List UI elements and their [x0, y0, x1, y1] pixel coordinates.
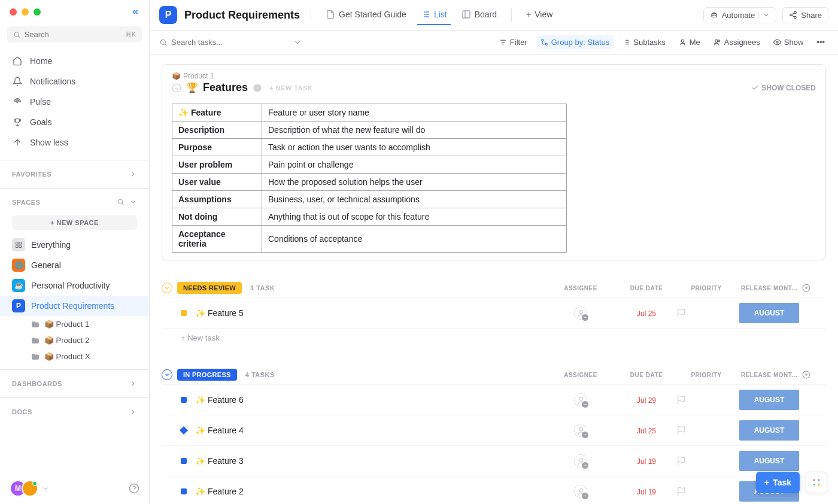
priority-cell[interactable]: [676, 308, 736, 318]
nav-goals[interactable]: Goals: [5, 112, 144, 132]
help-icon[interactable]: [129, 483, 139, 494]
search-dropdown-icon[interactable]: [293, 38, 302, 47]
status-indicator[interactable]: [181, 488, 187, 494]
due-date-cell[interactable]: Jul 29: [617, 394, 676, 405]
task-row[interactable]: ✨ Feature 4 + Jul 25 AUGUST: [162, 415, 826, 445]
assignee-placeholder-icon[interactable]: +: [574, 424, 587, 437]
folder-product-x[interactable]: 📦 Product X: [0, 348, 149, 365]
status-indicator[interactable]: [181, 397, 187, 403]
doc-icon: [326, 10, 335, 19]
add-column-button[interactable]: [802, 284, 826, 292]
tab-board[interactable]: Board: [458, 5, 500, 25]
assignee-cell[interactable]: +: [545, 393, 617, 406]
nav-notifications[interactable]: Notifications: [5, 71, 144, 92]
space-badge[interactable]: P: [159, 6, 177, 24]
chevron-down-icon[interactable]: [42, 485, 49, 492]
status-pill[interactable]: IN PROGRESS: [177, 369, 237, 381]
priority-cell[interactable]: [676, 395, 736, 405]
assignee-cell[interactable]: +: [545, 306, 617, 320]
new-task-header-button[interactable]: + NEW TASK: [269, 84, 312, 92]
task-row[interactable]: ✨ Feature 2 + Jul 19 AUGUST: [162, 476, 826, 504]
assignee-cell[interactable]: +: [545, 485, 617, 498]
nav-pulse[interactable]: Pulse: [5, 92, 144, 112]
assignee-placeholder-icon[interactable]: +: [574, 454, 587, 467]
status-indicator[interactable]: [181, 310, 187, 316]
nav-home[interactable]: Home: [5, 51, 144, 71]
page-title: Product Requirements: [184, 9, 300, 22]
show-button[interactable]: Show: [770, 35, 807, 49]
svg-point-59: [818, 479, 820, 481]
tab-get-started[interactable]: Get Started Guide: [322, 5, 410, 25]
due-date-cell[interactable]: Jul 19: [617, 456, 676, 466]
share-button[interactable]: Share: [782, 7, 828, 23]
search-spaces-icon[interactable]: [117, 198, 125, 206]
assignees-button[interactable]: Assignees: [710, 35, 764, 49]
maximize-window[interactable]: [34, 8, 41, 16]
filter-button[interactable]: Filter: [496, 35, 531, 49]
task-row[interactable]: ✨ Feature 6 + Jul 29 AUGUST: [162, 384, 826, 415]
tab-list[interactable]: List: [417, 5, 451, 25]
assignee-placeholder-icon[interactable]: +: [574, 485, 587, 498]
show-closed-button[interactable]: SHOW CLOSED: [751, 84, 816, 92]
avatar-user[interactable]: [22, 480, 38, 497]
sidebar-search[interactable]: ⌘K: [7, 26, 142, 42]
status-indicator[interactable]: [181, 458, 187, 464]
space-everything[interactable]: Everything: [0, 235, 149, 255]
release-cell[interactable]: AUGUST: [736, 420, 802, 441]
due-date-cell[interactable]: Jul 25: [617, 308, 676, 318]
priority-cell[interactable]: [676, 487, 736, 496]
add-view[interactable]: + View: [523, 5, 556, 25]
assignee-placeholder-icon[interactable]: +: [574, 306, 587, 320]
docs-header[interactable]: DOCS: [0, 403, 149, 421]
task-row[interactable]: ✨ Feature 5 + Jul 25 AUGUST: [162, 297, 826, 328]
add-task-row[interactable]: + New task: [162, 328, 826, 347]
chevron-down-icon[interactable]: [129, 198, 137, 206]
more-button[interactable]: •••: [813, 35, 828, 49]
automate-button[interactable]: Automate: [703, 7, 777, 23]
new-space-button[interactable]: + NEW SPACE: [12, 215, 137, 230]
assignee-cell[interactable]: +: [545, 424, 617, 437]
task-search-input[interactable]: [171, 38, 231, 47]
due-date-cell[interactable]: Jul 19: [617, 486, 676, 497]
svg-point-58: [813, 479, 815, 481]
nav-show-less[interactable]: Show less: [5, 132, 144, 153]
group-by-button[interactable]: Group by: Status: [537, 35, 614, 49]
priority-cell[interactable]: [676, 426, 736, 435]
user-avatars[interactable]: M: [10, 480, 34, 497]
info-icon[interactable]: [253, 83, 262, 93]
folder-product-2[interactable]: 📦 Product 2: [0, 332, 149, 348]
close-window[interactable]: [10, 8, 17, 16]
task-row[interactable]: ✨ Feature 3 + Jul 19 AUGUST: [162, 445, 826, 476]
favorites-header[interactable]: FAVORITES: [0, 165, 149, 183]
status-pill[interactable]: NEEDS REVIEW: [177, 282, 242, 294]
breadcrumb[interactable]: 📦 Product 1: [172, 72, 816, 80]
space-personal-productivity[interactable]: ☕ Personal Productivity: [0, 275, 149, 296]
status-indicator[interactable]: [180, 426, 188, 435]
table-key: Purpose: [172, 139, 262, 156]
apps-fab[interactable]: [806, 472, 827, 493]
collapse-sidebar-icon[interactable]: [130, 7, 139, 17]
me-button[interactable]: Me: [675, 35, 704, 49]
minimize-window[interactable]: [22, 8, 29, 16]
new-task-fab[interactable]: + Task: [756, 472, 800, 493]
spaces-header[interactable]: SPACES: [0, 193, 149, 211]
subtasks-button[interactable]: Subtasks: [619, 35, 669, 49]
release-cell[interactable]: AUGUST: [736, 451, 802, 471]
due-date-cell[interactable]: Jul 25: [617, 425, 676, 436]
assignee-cell[interactable]: +: [545, 454, 617, 467]
sidebar-search-input[interactable]: [25, 30, 125, 39]
task-search[interactable]: [159, 38, 231, 47]
space-product-requirements[interactable]: P Product Requirements: [0, 296, 149, 316]
collapse-list-icon[interactable]: [172, 83, 181, 93]
folder-product-1[interactable]: 📦 Product 1: [0, 316, 149, 332]
collapse-group-icon[interactable]: [162, 283, 172, 293]
release-cell[interactable]: AUGUST: [736, 390, 802, 410]
dashboards-header[interactable]: DASHBOARDS: [0, 375, 149, 393]
space-general[interactable]: 🌐 General: [0, 255, 149, 275]
collapse-group-icon[interactable]: [162, 369, 172, 380]
assignee-placeholder-icon[interactable]: +: [574, 393, 587, 406]
folder-icon: [31, 353, 40, 361]
release-cell[interactable]: AUGUST: [736, 303, 802, 323]
add-column-button[interactable]: [802, 371, 826, 379]
priority-cell[interactable]: [676, 456, 736, 466]
